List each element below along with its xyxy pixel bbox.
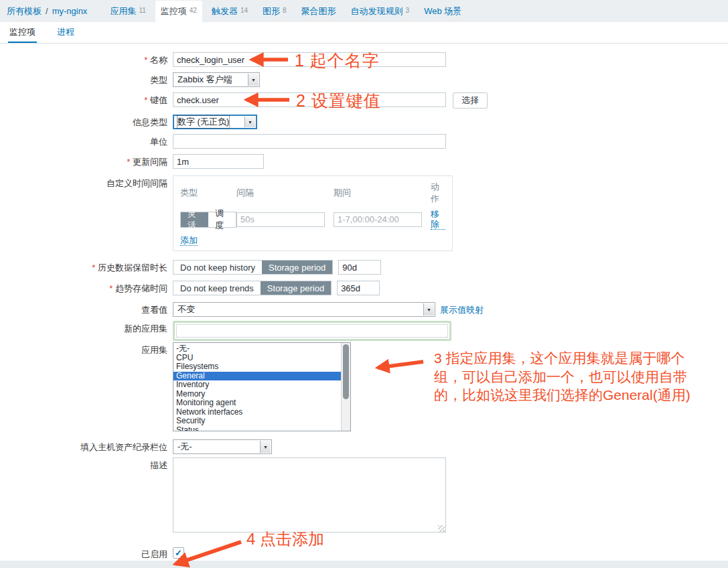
list-item[interactable]: -无- bbox=[173, 344, 350, 354]
tab-items[interactable]: 监控项42 bbox=[155, 1, 202, 22]
tab-applications[interactable]: 应用集11 bbox=[104, 1, 151, 22]
units-label: 单位 bbox=[0, 134, 173, 148]
list-item[interactable]: Monitoring agent bbox=[173, 399, 350, 408]
row-show-value: 查看值 不变 ▼ 展示值映射 bbox=[0, 302, 728, 317]
type-select[interactable]: Zabbix 客户端 ▼ bbox=[173, 72, 260, 87]
history-period-input[interactable] bbox=[338, 260, 381, 275]
description-wrap bbox=[173, 457, 446, 535]
show-value-label: 查看值 bbox=[0, 302, 173, 316]
remove-interval-link[interactable]: 移除 bbox=[431, 209, 445, 230]
chevron-down-icon: ▼ bbox=[248, 74, 259, 86]
tab-count: 42 bbox=[190, 7, 197, 14]
row-new-application: 新的应用集 bbox=[0, 321, 728, 341]
tab-count: 3 bbox=[406, 7, 410, 14]
tab-discovery-rules[interactable]: 自动发现规则3 bbox=[346, 1, 415, 22]
toggle-scheduling[interactable]: 调度 bbox=[208, 212, 236, 227]
annotation-3-arrow bbox=[363, 358, 425, 373]
period-input[interactable] bbox=[334, 212, 422, 227]
check-icon: ✓ bbox=[175, 548, 182, 558]
tab-triggers[interactable]: 触发器14 bbox=[206, 1, 253, 22]
new-application-box bbox=[173, 321, 451, 341]
row-name: 名称 1 起个名字 bbox=[0, 52, 728, 67]
list-item[interactable]: Status bbox=[173, 426, 350, 432]
subtab-process[interactable]: 进程 bbox=[56, 21, 76, 43]
subtab-item[interactable]: 监控项 bbox=[8, 21, 37, 43]
row-trends: 趋势存储时间 Do not keep trends Storage period bbox=[0, 281, 728, 295]
list-item[interactable]: Filesystems bbox=[173, 362, 350, 372]
history-on-option[interactable]: Storage period bbox=[262, 261, 332, 274]
list-item-selected[interactable]: General bbox=[173, 372, 350, 381]
row-units: 单位 bbox=[0, 134, 728, 149]
row-type: 类型 Zabbix 客户端 ▼ bbox=[0, 72, 728, 87]
item-form: 名称 1 起个名字 类型 Zabbix 客户端 ▼ 键值 选择 bbox=[0, 44, 728, 568]
list-item[interactable]: Memory bbox=[173, 390, 350, 399]
tab-count: 14 bbox=[240, 7, 248, 14]
description-textarea[interactable] bbox=[173, 457, 446, 532]
add-interval-wrap: 添加 bbox=[180, 235, 445, 246]
history-toggle: Do not keep history Storage period bbox=[173, 260, 333, 275]
units-input[interactable] bbox=[173, 134, 446, 149]
history-label: 历史数据保留时长 bbox=[0, 260, 173, 274]
tab-graphs[interactable]: 图形8 bbox=[257, 1, 292, 22]
add-interval-link[interactable]: 添加 bbox=[180, 235, 198, 246]
top-navigation: 所有模板 / my-nginx 应用集11 监控项42 触发器14 图形8 聚合… bbox=[0, 0, 728, 22]
custom-intervals-row: 灵活 调度 移除 bbox=[180, 209, 445, 230]
key-label: 键值 bbox=[0, 92, 173, 106]
chevron-down-icon: ▼ bbox=[244, 117, 255, 127]
inventory-field-label: 填入主机资产纪录栏位 bbox=[0, 439, 173, 453]
listbox-scrollbar[interactable] bbox=[341, 343, 350, 431]
row-key: 键值 选择 2 设置键值 bbox=[0, 92, 728, 109]
chevron-down-icon: ▼ bbox=[260, 441, 271, 453]
breadcrumb: 所有模板 / my-nginx bbox=[7, 5, 87, 17]
sub-tab-bar: 监控项 进程 bbox=[0, 22, 728, 44]
trends-on-option[interactable]: Storage period bbox=[261, 281, 331, 295]
annotation-3-text: 3 指定应用集，这个应用集就是属于哪个 组，可以自己添加一个，也可以使用自带 的… bbox=[434, 349, 726, 405]
interval-type-toggle: 灵活 调度 bbox=[180, 212, 236, 228]
page: 所有模板 / my-nginx 应用集11 监控项42 触发器14 图形8 聚合… bbox=[0, 0, 728, 568]
row-custom-intervals: 自定义时间间隔 类型 间隔 期间 动作 灵活 调度 移除 bbox=[0, 175, 728, 251]
breadcrumb-separator: / bbox=[46, 6, 48, 16]
new-application-input[interactable] bbox=[176, 324, 448, 338]
enabled-checkbox[interactable]: ✓ bbox=[173, 547, 184, 559]
row-update-interval: 更新间隔 bbox=[0, 154, 728, 169]
row-inventory-field: 填入主机资产纪录栏位 -无- ▼ bbox=[0, 439, 728, 454]
trends-period-input[interactable] bbox=[337, 281, 380, 295]
custom-intervals-header: 类型 间隔 期间 动作 bbox=[180, 181, 445, 205]
key-select-button[interactable]: 选择 bbox=[453, 92, 488, 109]
row-applications: 应用集 -无- CPU Filesystems General Inventor… bbox=[0, 342, 728, 431]
new-application-label: 新的应用集 bbox=[0, 321, 173, 335]
breadcrumb-template[interactable]: my-nginx bbox=[52, 6, 88, 16]
inventory-field-select[interactable]: -无- ▼ bbox=[173, 439, 272, 454]
show-value-mappings-link[interactable]: 展示值映射 bbox=[440, 302, 484, 316]
tab-web-scenarios[interactable]: Web 场景 bbox=[419, 1, 467, 22]
update-interval-input[interactable] bbox=[173, 154, 264, 169]
history-off-option[interactable]: Do not keep history bbox=[173, 261, 262, 274]
type-label: 类型 bbox=[0, 72, 173, 86]
tab-count: 8 bbox=[283, 7, 287, 14]
chevron-down-icon: ▼ bbox=[423, 303, 434, 315]
info-type-label: 信息类型 bbox=[0, 115, 173, 129]
interval-input[interactable] bbox=[236, 212, 325, 227]
scrollbar-thumb[interactable] bbox=[343, 344, 349, 399]
trends-off-option[interactable]: Do not keep trends bbox=[173, 281, 261, 295]
list-item[interactable]: CPU bbox=[173, 354, 350, 363]
list-item[interactable]: Security bbox=[173, 417, 350, 426]
update-interval-label: 更新间隔 bbox=[0, 154, 173, 168]
list-item[interactable]: Inventory bbox=[173, 380, 350, 390]
show-value-select[interactable]: 不变 ▼ bbox=[173, 302, 435, 317]
info-type-select[interactable]: 数字 (无正负) ▼ bbox=[173, 115, 257, 129]
name-input[interactable] bbox=[173, 52, 446, 67]
applications-listbox[interactable]: -无- CPU Filesystems General Inventory Me… bbox=[173, 342, 351, 431]
list-item[interactable]: Network interfaces bbox=[173, 408, 350, 417]
description-label: 描述 bbox=[0, 457, 173, 472]
row-description: 描述 bbox=[0, 457, 728, 535]
tab-screens[interactable]: 聚合图形 bbox=[296, 1, 342, 22]
name-label: 名称 bbox=[0, 52, 173, 66]
toggle-flexible[interactable]: 灵活 bbox=[181, 212, 208, 227]
breadcrumb-all-templates[interactable]: 所有模板 bbox=[7, 5, 42, 17]
applications-label: 应用集 bbox=[0, 342, 173, 356]
row-enabled: 已启用 ✓ 4 点击添加 bbox=[0, 547, 728, 561]
row-info-type: 信息类型 数字 (无正负) ▼ bbox=[0, 115, 728, 129]
tab-count: 11 bbox=[139, 7, 145, 14]
key-input[interactable] bbox=[173, 92, 446, 107]
